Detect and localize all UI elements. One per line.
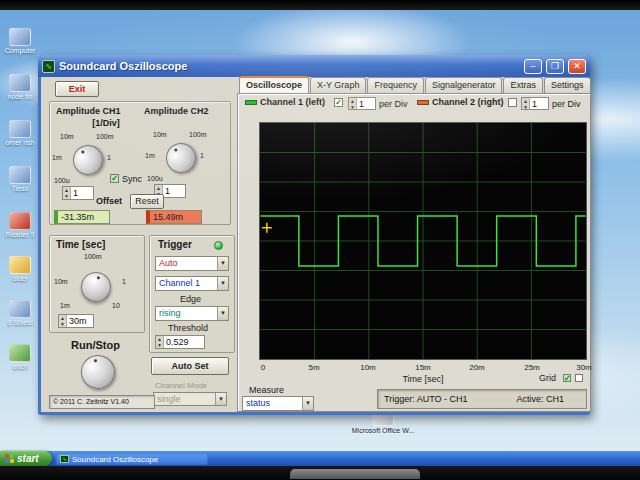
app-icon: ∿ — [60, 455, 69, 463]
knob-tick: 10m — [153, 131, 167, 138]
titlebar[interactable]: ∿ Soundcard Oszilloscope – ❐ ✕ — [38, 55, 590, 77]
channel2-label: Channel 2 (right) — [432, 97, 504, 107]
desktop-icon[interactable]: older — [2, 256, 38, 283]
measure-label: Measure — [249, 385, 284, 395]
spinner-arrows-icon[interactable] — [522, 98, 530, 109]
chevron-down-icon[interactable] — [215, 393, 226, 405]
channel-mode-dropdown[interactable]: single — [153, 392, 227, 406]
channel2-checkbox[interactable] — [508, 98, 517, 107]
display-panel: Oscilloscope X-Y Graph Frequency Signalg… — [237, 77, 593, 412]
channel1-scale-spinner[interactable]: 1 — [348, 97, 376, 110]
trigger-led-icon — [214, 241, 223, 250]
monitor-stand — [290, 469, 420, 479]
scope-plot — [260, 123, 586, 359]
chevron-down-icon[interactable] — [302, 397, 313, 410]
spinner-arrows-icon[interactable] — [349, 98, 357, 109]
desktop-icon-image — [9, 300, 31, 318]
window-title: Soundcard Oszilloscope — [59, 60, 520, 72]
amplitude-group: Amplitude CH1 Amplitude CH2 [1/Div] 10m … — [49, 101, 231, 225]
desktop-icon[interactable]: Reader 9 — [2, 212, 38, 239]
trigger-edge-dropdown[interactable]: rising — [155, 306, 229, 321]
app-window: ∿ Soundcard Oszilloscope – ❐ ✕ Exit Ampl… — [38, 55, 590, 415]
windows-logo-icon — [5, 454, 14, 463]
channel1-checkbox[interactable]: ✓ — [334, 98, 343, 107]
time-knob[interactable] — [77, 268, 115, 306]
spinner-value: 30m — [67, 315, 93, 327]
desktop-icon-image — [9, 74, 31, 92]
spinner-value: 0.529 — [164, 336, 204, 348]
start-label: start — [17, 453, 39, 464]
monitor-bezel-top — [0, 0, 640, 10]
tab-frequency[interactable]: Frequency — [367, 77, 424, 94]
amplitude-ch1-knob[interactable] — [68, 140, 109, 181]
desktop-icon[interactable]: node tin — [2, 74, 38, 101]
scope-display — [259, 122, 587, 360]
desktop-icon[interactable]: omer rish — [2, 120, 38, 147]
knob-tick: 100m — [189, 131, 207, 138]
dropdown-value: rising — [156, 307, 217, 320]
tab-signalgenerator[interactable]: Signalgenerator — [425, 77, 503, 94]
auto-set-button[interactable]: Auto Set — [151, 357, 229, 375]
tab-settings[interactable]: Settings — [544, 77, 591, 94]
close-button[interactable]: ✕ — [568, 59, 586, 74]
spinner-arrows-icon[interactable] — [63, 187, 71, 199]
run-stop-knob[interactable] — [78, 352, 117, 391]
amplitude-unit-label: [1/Div] — [76, 118, 136, 128]
chevron-down-icon[interactable] — [217, 257, 228, 270]
screen: Computer node tin omer rish Tieso Reader… — [0, 10, 640, 466]
spinner-arrows-icon[interactable] — [156, 336, 164, 348]
desktop-icon[interactable]: Computer — [2, 28, 38, 55]
tab-extras[interactable]: Extras — [503, 77, 543, 94]
edge-label: Edge — [180, 294, 201, 304]
taskbar-app-button[interactable]: ∿ Soundcard Oszilloscope — [56, 453, 208, 465]
sync-label: Sync — [122, 174, 142, 184]
maximize-button[interactable]: ❐ — [546, 59, 564, 74]
spinner-value: 1 — [71, 187, 93, 199]
knob-tick: 100u — [147, 175, 163, 182]
trigger-source-dropdown[interactable]: Channel 1 — [155, 276, 229, 291]
x-tick: 10m — [360, 363, 376, 372]
window-body: Exit Amplitude CH1 Amplitude CH2 [1/Div]… — [41, 77, 587, 412]
channel2-scale-spinner[interactable]: 1 — [521, 97, 549, 110]
knob-tick: 1m — [60, 302, 70, 309]
amplitude-ch2-knob[interactable] — [161, 138, 202, 179]
dropdown-value: single — [154, 393, 215, 405]
desktop-icon[interactable]: unch — [2, 344, 38, 371]
desktop-icon[interactable]: d Shield — [2, 300, 38, 327]
active-channel-text: Active: CH1 — [516, 394, 564, 404]
time-spinner[interactable]: 30m — [58, 314, 94, 328]
dropdown-value: Channel 1 — [156, 277, 217, 290]
offset-reset-button[interactable]: Reset — [130, 194, 164, 209]
grid-checkbox-2[interactable] — [575, 374, 583, 382]
chevron-down-icon[interactable] — [217, 307, 228, 320]
channel1-color-swatch — [245, 100, 257, 105]
start-button[interactable]: start — [0, 451, 52, 466]
desktop-icon-image — [9, 166, 31, 184]
measure-dropdown[interactable]: status — [242, 396, 314, 411]
exit-button[interactable]: Exit — [55, 81, 99, 97]
knob-tick: 1m — [145, 152, 155, 159]
desktop-icon-label: older — [2, 275, 38, 283]
trigger-mode-dropdown[interactable]: Auto — [155, 256, 229, 271]
desktop-icon[interactable]: Tieso — [2, 166, 38, 193]
knob-tick: 10 — [112, 302, 120, 309]
tab-xy-graph[interactable]: X-Y Graph — [310, 77, 366, 94]
x-tick: 0 — [261, 363, 265, 372]
spinner-arrows-icon[interactable] — [59, 315, 67, 327]
run-stop-label: Run/Stop — [71, 339, 120, 351]
channel2-unit-label: per Div — [552, 99, 581, 109]
threshold-spinner[interactable]: 0.529 — [155, 335, 205, 349]
spinner-value: 1 — [530, 98, 548, 109]
chevron-down-icon[interactable] — [217, 277, 228, 290]
knob-tick: 10m — [60, 133, 74, 140]
minimize-button[interactable]: – — [524, 59, 542, 74]
amplitude-ch1-spinner[interactable]: 1 — [62, 186, 94, 200]
grid-checkbox[interactable]: ✓ — [563, 374, 571, 382]
time-group: Time [sec] 100m 10m 1 1m 10 30m — [49, 235, 145, 333]
tab-oscilloscope[interactable]: Oscilloscope — [239, 76, 309, 93]
knob-tick: 10m — [54, 278, 68, 285]
app-icon: ∿ — [42, 60, 55, 73]
sync-checkbox[interactable]: ✓ — [110, 174, 119, 183]
spinner-value: 1 — [357, 98, 375, 109]
tab-strip: Oscilloscope X-Y Graph Frequency Signalg… — [239, 77, 591, 94]
